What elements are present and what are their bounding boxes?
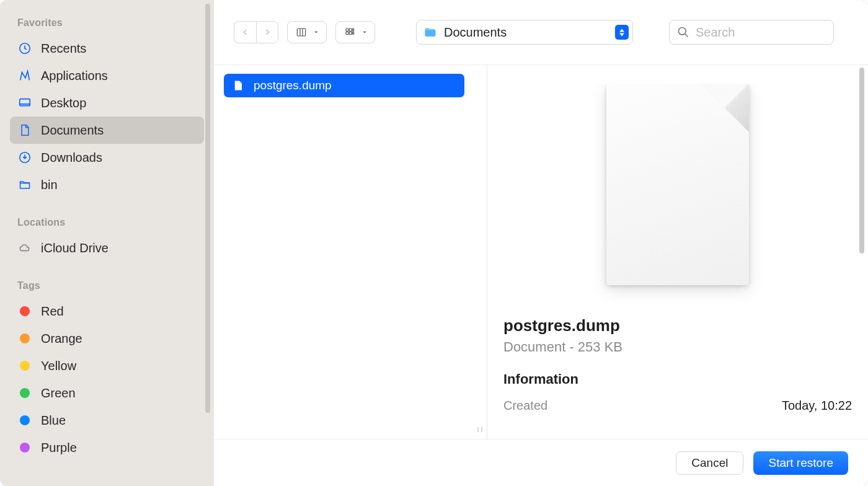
sidebar-item-label: Documents — [41, 123, 104, 138]
document-icon — [17, 123, 32, 138]
start-restore-button[interactable]: Start restore — [753, 451, 848, 475]
tag-item-red[interactable]: Red — [10, 298, 204, 325]
column-resize-handle[interactable]: ıı — [474, 65, 487, 439]
toolbar: Documents — [214, 0, 868, 65]
svg-rect-5 — [349, 29, 352, 31]
file-doc-icon — [232, 79, 244, 92]
sidebar-item-documents[interactable]: Documents — [10, 117, 204, 144]
folder-popup-label: Documents — [444, 25, 615, 40]
tag-item-green[interactable]: Green — [10, 379, 204, 407]
file-column[interactable]: postgres.dump — [214, 65, 474, 439]
search-icon — [677, 26, 689, 38]
content-area: postgres.dump ıı postgres.dump Document … — [214, 65, 868, 439]
columns-icon — [294, 27, 308, 37]
tags-header: Tags — [17, 280, 204, 291]
forward-button[interactable] — [256, 21, 278, 43]
cloud-icon — [17, 241, 32, 255]
info-row: Created Today, 10:22 — [503, 399, 852, 413]
info-value: Today, 10:22 — [782, 399, 852, 413]
sidebar-item-bin[interactable]: bin — [10, 171, 204, 198]
chevron-down-icon — [313, 30, 319, 35]
sidebar-section-favorites: Favorites Recents Applications Desktop — [10, 17, 204, 198]
tag-item-yellow[interactable]: Yellow — [10, 352, 204, 379]
sidebar-item-label: Recents — [41, 42, 86, 56]
nav-buttons — [234, 21, 278, 43]
preview-pane: postgres.dump Document - 253 KB Informat… — [487, 65, 858, 439]
preview-thumbnail — [606, 84, 749, 285]
tag-label: Blue — [41, 413, 66, 428]
tag-item-blue[interactable]: Blue — [10, 407, 204, 434]
sidebar-item-icloud[interactable]: iCloud Drive — [10, 234, 204, 262]
tag-dot-purple — [20, 443, 30, 453]
back-button[interactable] — [234, 21, 256, 43]
sidebar-item-applications[interactable]: Applications — [10, 62, 204, 89]
view-columns-button[interactable] — [287, 21, 327, 43]
tag-label: Purple — [41, 441, 77, 455]
scrollbar-thumb[interactable] — [205, 4, 210, 413]
sidebar-item-recents[interactable]: Recents — [10, 35, 204, 62]
tag-dot-yellow — [20, 361, 30, 371]
sidebar-item-label: Applications — [41, 69, 108, 83]
svg-rect-3 — [297, 29, 305, 36]
tag-label: Orange — [41, 332, 82, 346]
file-name: postgres.dump — [254, 79, 332, 92]
search-input[interactable] — [696, 25, 826, 40]
scrollbar-thumb[interactable] — [859, 68, 864, 254]
updown-icon — [615, 25, 629, 40]
svg-rect-9 — [353, 32, 354, 34]
sidebar-section-tags: Tags Red Orange Yellow Green Blue Purple — [10, 280, 204, 461]
grid-group-icon — [343, 27, 356, 37]
sidebar-item-downloads[interactable]: Downloads — [10, 144, 204, 171]
sidebar-scrollbar[interactable] — [203, 4, 213, 486]
sidebar: Favorites Recents Applications Desktop — [0, 0, 214, 486]
svg-point-10 — [679, 28, 686, 35]
file-picker-window: Favorites Recents Applications Desktop — [0, 0, 868, 486]
folder-popup[interactable]: Documents — [416, 20, 633, 45]
tag-dot-red — [20, 306, 30, 316]
folder-glyph-icon — [423, 26, 438, 38]
svg-rect-7 — [346, 32, 348, 34]
chevron-down-icon — [361, 30, 368, 35]
info-key: Created — [503, 399, 547, 413]
sidebar-item-label: Desktop — [41, 96, 86, 110]
locations-header: Locations — [17, 217, 204, 228]
tag-label: Red — [41, 304, 64, 319]
clock-icon — [17, 41, 32, 56]
search-field[interactable] — [669, 20, 834, 45]
svg-rect-6 — [353, 29, 354, 31]
info-header: Information — [503, 371, 852, 387]
svg-rect-8 — [349, 32, 352, 34]
tag-label: Yellow — [41, 359, 76, 373]
folder-icon — [17, 177, 32, 192]
favorites-header: Favorites — [17, 17, 204, 29]
tag-dot-orange — [20, 334, 30, 343]
footer: Cancel Start restore — [214, 439, 868, 486]
sidebar-section-locations: Locations iCloud Drive — [10, 217, 204, 262]
svg-rect-4 — [346, 29, 348, 31]
tag-dot-blue — [20, 415, 30, 425]
desktop-icon — [17, 95, 32, 110]
main-panel: Documents postgres.dump — [214, 0, 868, 486]
sidebar-item-label: bin — [41, 178, 58, 192]
file-row[interactable]: postgres.dump — [224, 74, 464, 97]
preview-filename: postgres.dump — [503, 316, 852, 335]
preview-subtitle: Document - 253 KB — [503, 339, 852, 355]
tag-label: Green — [41, 386, 76, 400]
preview-scrollbar[interactable] — [858, 65, 868, 439]
sidebar-item-label: iCloud Drive — [41, 241, 108, 255]
svg-rect-1 — [20, 99, 30, 106]
tag-dot-green — [20, 388, 30, 398]
tag-item-orange[interactable]: Orange — [10, 325, 204, 352]
sidebar-item-desktop[interactable]: Desktop — [10, 89, 204, 117]
cancel-button[interactable]: Cancel — [676, 451, 743, 475]
group-by-button[interactable] — [335, 21, 375, 43]
sidebar-item-label: Downloads — [41, 151, 102, 165]
download-icon — [17, 150, 32, 165]
applications-icon — [17, 68, 32, 83]
tag-item-purple[interactable]: Purple — [10, 434, 204, 461]
